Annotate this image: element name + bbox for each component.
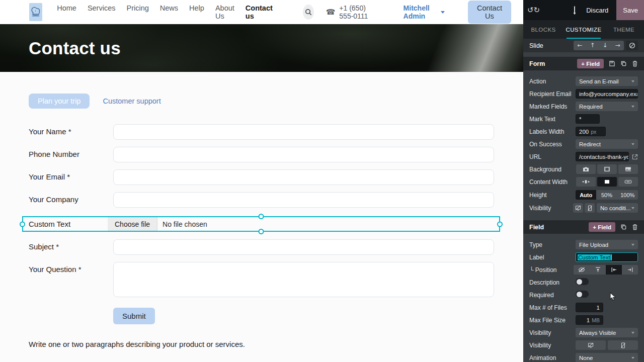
phone-contact[interactable]: ☎ +1 (650) 555-0111 <box>326 4 377 20</box>
clone-button[interactable] <box>620 60 627 67</box>
label-input[interactable]: Custom Text <box>576 252 638 262</box>
field-hide-desktop-button[interactable] <box>576 340 606 350</box>
mark-text-value: * <box>579 116 581 122</box>
field-delete-button[interactable] <box>632 224 638 230</box>
height-100-option[interactable]: 100% <box>617 190 638 200</box>
required-toggle[interactable] <box>576 291 589 298</box>
max-size-input[interactable]: 1 MB <box>576 315 603 325</box>
undo-icon[interactable]: ↺ <box>527 6 534 15</box>
name-input[interactable] <box>113 124 494 140</box>
animation-select[interactable]: None <box>576 353 638 362</box>
nav-link-home[interactable]: Home <box>57 4 76 20</box>
label-right-button[interactable] <box>622 265 638 275</box>
marked-fields-label: Marked Fields <box>529 103 576 110</box>
save-preset-button[interactable] <box>609 60 615 67</box>
width-medium-button[interactable] <box>597 177 617 187</box>
hide-mobile-button[interactable] <box>585 203 595 213</box>
selected-file-field-row[interactable]: Custom Text Choose file No file chosen <box>22 216 500 232</box>
url-label: URL <box>529 153 576 160</box>
search-button[interactable] <box>303 5 314 20</box>
labels-width-input[interactable]: 200 px <box>576 127 606 136</box>
width-narrow-button[interactable] <box>576 177 596 187</box>
resize-handle-right[interactable] <box>497 221 503 227</box>
logo-graphic <box>29 6 42 19</box>
nav-link-help[interactable]: Help <box>189 4 204 20</box>
mobile-slash-icon <box>621 342 625 348</box>
form-visibility-select[interactable]: No conditi... <box>597 203 638 213</box>
background-shape-button[interactable] <box>618 164 638 174</box>
subject-input[interactable] <box>113 239 494 255</box>
type-select[interactable]: File Upload <box>576 240 638 249</box>
move-left-icon[interactable]: ← <box>574 41 586 50</box>
on-success-select[interactable]: Redirect <box>576 139 638 149</box>
field-add-field-button[interactable]: + Field <box>589 222 615 232</box>
company-logo[interactable] <box>29 3 42 21</box>
description-toggle[interactable] <box>576 278 589 285</box>
field-visibility-select[interactable]: Always Visible <box>576 328 638 337</box>
submit-button[interactable]: Submit <box>113 308 155 324</box>
url-input[interactable]: /contactus-thank-you <box>576 152 629 161</box>
desktop-slash-icon <box>575 205 581 211</box>
move-down-icon[interactable]: ↓ <box>599 41 611 50</box>
resize-handle-bottom[interactable] <box>259 229 264 234</box>
recipient-email-input[interactable]: info@yourcompany.examp <box>576 89 638 99</box>
nav-link-about[interactable]: About Us <box>215 4 234 20</box>
nav-link-news[interactable]: News <box>160 4 178 20</box>
choose-file-button[interactable]: Choose file <box>108 217 157 231</box>
save-button[interactable]: Save <box>616 0 644 20</box>
label-hidden-button[interactable] <box>574 265 590 275</box>
background-image-button[interactable] <box>576 164 596 174</box>
trash-icon <box>632 224 638 230</box>
tab-customer-support[interactable]: Customer support <box>103 97 160 105</box>
tab-theme[interactable]: THEME <box>604 20 644 39</box>
mobile-preview-icon[interactable] <box>574 6 575 15</box>
form-row-company: Your Company <box>29 192 494 208</box>
field-visibility-label: Visibility <box>529 329 576 336</box>
label-left-button[interactable] <box>606 265 622 275</box>
user-menu[interactable]: Mitchell Admin <box>404 4 445 20</box>
disable-button[interactable] <box>626 41 638 50</box>
resize-handle-top[interactable] <box>259 214 264 219</box>
field-hide-mobile-button[interactable] <box>608 340 638 350</box>
tab-plan-your-trip[interactable]: Plan your trip <box>29 94 90 109</box>
nav-link-pricing[interactable]: Pricing <box>126 4 148 20</box>
tab-customize[interactable]: CUSTOMIZE <box>564 20 604 39</box>
width-full-button[interactable] <box>618 177 638 187</box>
nav-link-services[interactable]: Services <box>88 4 116 20</box>
height-auto-option[interactable]: Auto <box>576 190 596 200</box>
form-section-title: Form <box>529 60 577 67</box>
height-50-option[interactable]: 50% <box>596 190 617 200</box>
marked-fields-row: Marked Fields Required <box>523 100 644 113</box>
company-input[interactable] <box>113 192 494 208</box>
action-select[interactable]: Send an E-mail <box>576 76 638 86</box>
hide-desktop-button[interactable] <box>573 203 583 213</box>
marked-fields-select[interactable]: Required <box>576 102 638 111</box>
mark-text-input[interactable]: * <box>576 114 600 124</box>
field-clone-button[interactable] <box>620 224 627 230</box>
email-input[interactable] <box>113 169 494 185</box>
delete-button[interactable] <box>632 60 638 67</box>
tab-blocks[interactable]: BLOCKS <box>523 20 564 39</box>
max-files-input[interactable]: 1 <box>576 303 603 312</box>
redo-icon[interactable]: ↻ <box>534 6 540 15</box>
background-video-button[interactable] <box>597 164 617 174</box>
discard-button[interactable]: Discard <box>586 7 608 14</box>
required-label: Required <box>529 292 576 299</box>
required-row: Required <box>523 289 644 301</box>
width-narrow-icon <box>582 179 590 184</box>
labels-width-unit: px <box>591 129 596 135</box>
description-row: Description <box>523 276 644 289</box>
move-right-icon[interactable]: → <box>611 41 624 50</box>
open-url-button[interactable] <box>632 154 638 160</box>
width-medium-icon <box>603 179 611 184</box>
question-textarea[interactable] <box>113 262 494 297</box>
nav-link-contact[interactable]: Contact us <box>246 4 273 20</box>
label-top-button[interactable] <box>590 265 606 275</box>
resize-handle-left[interactable] <box>20 221 25 227</box>
contact-us-button[interactable]: Contact Us <box>468 1 511 24</box>
move-up-icon[interactable]: ↑ <box>586 41 599 50</box>
copy-icon <box>620 60 627 67</box>
description-label: Description <box>529 279 576 286</box>
phone-input[interactable] <box>113 147 494 162</box>
add-field-button[interactable]: + Field <box>577 59 604 68</box>
